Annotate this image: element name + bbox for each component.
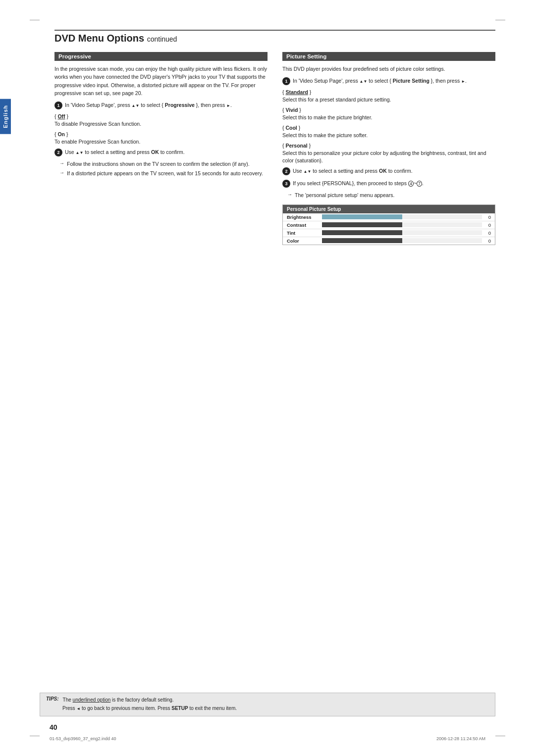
progressive-step2: 2 Use to select a setting and press OK t…	[54, 148, 268, 156]
tips-row1: TIPS: The underlined option is the facto…	[46, 696, 489, 704]
tips-text2: Press to go back to previous menu item. …	[62, 705, 237, 712]
down-arrow-icon2	[80, 149, 84, 155]
ps-tint-bar	[322, 230, 482, 235]
arrow-text1: Follow the instructions shown on the TV …	[67, 160, 250, 168]
progressive-intro: In the progressive scan mode, you can en…	[54, 65, 268, 97]
picture-setting-section: Picture Setting This DVD player provides…	[282, 52, 495, 250]
on-label: On	[57, 131, 65, 137]
ps-contrast-label: Contrast	[287, 222, 319, 228]
progressive-section: Progressive In the progressive scan mode…	[54, 52, 268, 250]
ps-tint-value: 0	[485, 230, 491, 236]
ps-color-fill	[322, 238, 402, 243]
setup-label: SETUP	[171, 706, 188, 711]
personal-picture-setup-title: Personal Picture Setup	[283, 205, 495, 213]
ps-row-brightness: Brightness 0	[283, 213, 495, 221]
ps-row-color: Color 0	[283, 237, 495, 245]
footer-filename: 01-53_dvp3960_37_eng2.indd 40	[50, 736, 116, 741]
on-option-header: { On }	[54, 131, 268, 137]
down-icon-r1	[364, 78, 368, 84]
ps-color-bar	[322, 238, 482, 243]
margin-mark-tr	[495, 20, 505, 20]
arrow-text2: If a distorted picture appears on the TV…	[67, 170, 263, 178]
vivid-option-header: { Vivid }	[282, 107, 495, 113]
off-description: To disable Progressive Scan function.	[54, 120, 268, 128]
down-arrow-icon	[136, 102, 140, 108]
ps-color-value: 0	[485, 238, 491, 244]
picture-setting-option: Picture Setting	[393, 78, 429, 84]
personal-label: Personal	[285, 143, 307, 149]
picture-setting-intro: This DVD player provides four predefined…	[282, 65, 495, 73]
tips-label2	[46, 705, 58, 710]
vivid-label: Vivid	[285, 107, 298, 113]
title-rule	[54, 30, 495, 31]
vivid-description: Select this to make the picture brighter…	[282, 114, 495, 122]
ok-label-left: OK	[151, 149, 159, 155]
progressive-header: Progressive	[54, 52, 268, 61]
ps-tint-label: Tint	[287, 230, 319, 236]
picture-step2-number: 2	[282, 167, 290, 175]
personal-picture-setup-box: Personal Picture Setup Brightness 0 Cont…	[282, 204, 495, 245]
right-arrow-icon	[226, 102, 230, 108]
progressive-step1: 1 In 'Video Setup Page', press to select…	[54, 101, 268, 109]
standard-label: Standard	[285, 89, 308, 95]
margin-mark-br	[495, 736, 505, 736]
up-arrow-icon2	[76, 149, 80, 155]
ps-contrast-fill	[322, 222, 402, 227]
ps-row-tint: Tint 0	[283, 229, 495, 237]
cool-option-header: { Cool }	[282, 125, 495, 131]
step-circle-7: 7	[417, 181, 422, 187]
step2-number: 2	[54, 149, 62, 156]
ps-brightness-label: Brightness	[287, 214, 319, 220]
ps-contrast-bar	[322, 222, 482, 227]
up-icon-r2	[304, 168, 308, 174]
page-number: 40	[50, 723, 57, 731]
ps-color-label: Color	[287, 238, 319, 244]
progressive-option-label: Progressive	[165, 102, 195, 108]
cool-description: Select this to make the picture softer.	[282, 132, 495, 140]
right-icon-r1	[461, 78, 465, 84]
ps-contrast-value: 0	[485, 222, 491, 228]
picture-step2: 2 Use to select a setting and press OK t…	[282, 167, 495, 175]
picture-arrow1: → The 'personal picture setup' menu appe…	[287, 192, 495, 200]
step-circle-4: 4	[408, 181, 414, 187]
underlined-option-text: underlined option	[73, 697, 111, 703]
picture-step1: 1 In 'Video Setup Page', press to select…	[282, 77, 495, 85]
ps-brightness-bar	[322, 214, 482, 219]
tips-text1: The underlined option is the factory def…	[63, 696, 174, 704]
on-description: To enable Progressive Scan function.	[54, 138, 268, 146]
picture-step1-number: 1	[282, 77, 290, 85]
page-title: DVD Menu Options continued	[54, 33, 495, 44]
ps-brightness-value: 0	[485, 214, 491, 220]
progressive-arrow2: → If a distorted picture appears on the …	[59, 170, 268, 178]
tips-label: TIPS:	[46, 696, 59, 702]
arrow-icon1: →	[59, 160, 64, 166]
up-icon-r1	[360, 78, 364, 84]
cool-label: Cool	[285, 125, 297, 131]
ps-row-contrast: Contrast 0	[283, 221, 495, 229]
picture-setting-header: Picture Setting	[282, 52, 495, 61]
margin-mark-bl	[30, 736, 40, 736]
picture-step3: 3 If you select {PERSONAL}, then proceed…	[282, 179, 495, 188]
picture-step3-number: 3	[282, 180, 290, 188]
arrow-text-r1: The 'personal picture setup' menu appear…	[295, 192, 394, 200]
progressive-arrow1: → Follow the instructions shown on the T…	[59, 160, 268, 168]
up-arrow-icon	[132, 102, 136, 108]
ps-brightness-fill	[322, 214, 402, 219]
arrow-icon2: →	[59, 170, 64, 175]
tips-section: TIPS: The underlined option is the facto…	[40, 693, 495, 716]
personal-description: Select this to personalize your picture …	[282, 150, 495, 165]
standard-description: Select this for a preset standard pictur…	[282, 96, 495, 104]
arrow-icon-r1: →	[287, 192, 292, 197]
standard-option-header: { Standard }	[282, 89, 495, 95]
margin-mark-tl	[30, 20, 40, 20]
footer-date: 2006-12-28 11:24:50 AM	[436, 736, 485, 741]
off-label: Off	[57, 113, 65, 119]
personal-option-header: { Personal }	[282, 143, 495, 149]
left-arrow-tips-icon	[76, 706, 80, 711]
ps-tint-fill	[322, 230, 402, 235]
tips-row2: Press to go back to previous menu item. …	[46, 705, 489, 712]
down-icon-r2	[308, 168, 312, 174]
ok-label-right: OK	[379, 168, 387, 174]
content-columns: Progressive In the progressive scan mode…	[54, 52, 495, 250]
off-option-header: { Off }	[54, 113, 268, 119]
